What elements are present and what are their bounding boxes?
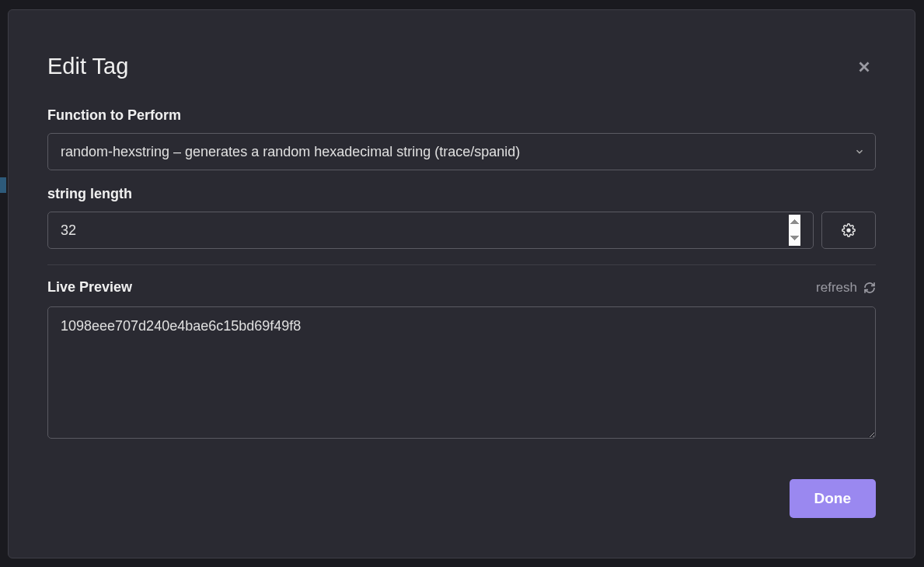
function-select[interactable]: random-hexstring – generates a random he…	[47, 133, 876, 170]
done-button[interactable]: Done	[790, 479, 877, 518]
string-length-settings-button[interactable]	[821, 212, 876, 249]
string-length-label: string length	[47, 186, 876, 202]
close-button[interactable]	[853, 55, 876, 79]
refresh-button[interactable]: refresh	[816, 280, 876, 296]
function-label: Function to Perform	[47, 107, 876, 124]
preview-group: Live Preview refresh 1098eee707d240e4bae…	[47, 279, 876, 442]
string-length-row	[47, 212, 876, 249]
close-icon	[856, 58, 873, 75]
modal-footer: Done	[47, 479, 876, 518]
section-divider	[47, 264, 876, 265]
refresh-icon	[863, 282, 876, 294]
string-length-input[interactable]	[47, 212, 814, 249]
modal-header: Edit Tag	[47, 10, 876, 107]
refresh-label: refresh	[816, 280, 857, 296]
background-accent	[0, 177, 6, 193]
gear-icon	[842, 223, 856, 237]
modal-title: Edit Tag	[47, 54, 128, 79]
function-group: Function to Perform random-hexstring – g…	[47, 107, 876, 170]
preview-header: Live Preview refresh	[47, 279, 876, 296]
edit-tag-modal: Edit Tag Function to Perform random-hexs…	[8, 9, 915, 558]
preview-output[interactable]: 1098eee707d240e4bae6c15bd69f49f8	[47, 306, 876, 439]
string-length-group: string length	[47, 186, 876, 249]
preview-label: Live Preview	[47, 279, 132, 296]
function-select-wrap: random-hexstring – generates a random he…	[47, 133, 876, 170]
